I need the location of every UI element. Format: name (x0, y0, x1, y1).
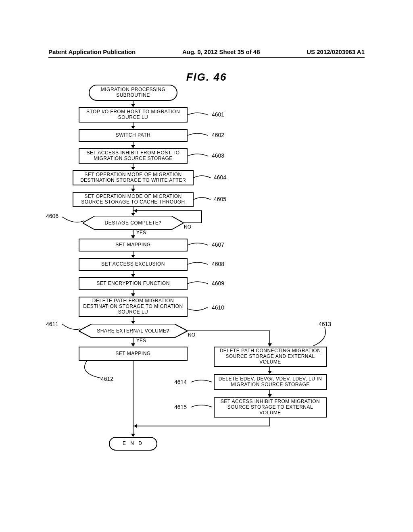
leader-4607 (188, 241, 212, 251)
arrow-head (268, 343, 272, 347)
leader-4615 (191, 403, 214, 413)
arrow-head (131, 255, 135, 258)
arrow-head (134, 424, 137, 428)
step-4610: DELETE PATH FROM MIGRATION DESTINATION S… (79, 297, 188, 317)
step-4610-text: DELETE PATH FROM MIGRATION DESTINATION S… (82, 298, 184, 315)
label-4606: 4606 (46, 213, 58, 219)
step-4613-text: DELETE PATH CONNECTING MIGRATION SOURCE … (217, 348, 323, 365)
step-4615-text: SET ACCESS INHIBIT FROM MIGRATION SOURCE… (217, 399, 323, 416)
step-4602: SWITCH PATH (79, 129, 188, 142)
no-path (184, 222, 202, 223)
step-4605-text: SET OPERATION MODE OF MIGRATION SOURCE S… (76, 194, 190, 205)
step-4607-text: SET MAPPING (115, 242, 150, 248)
no-path-h (133, 210, 202, 211)
arrow-join-h (133, 426, 270, 426)
step-4602-text: SWITCH PATH (116, 133, 150, 138)
step-4605: SET OPERATION MODE OF MIGRATION SOURCE S… (73, 192, 194, 207)
decision-4611-text: SHARE EXTERNAL VOLUME? (97, 328, 169, 334)
label-4601: 4601 (212, 111, 224, 118)
label-4602: 4602 (212, 132, 224, 138)
arrow-head (131, 167, 135, 170)
step-4601: STOP I/O FROM HOST TO MIGRATION SOURCE L… (79, 107, 188, 123)
step-4609-text: SET ENCRYPTION FUNCTION (96, 281, 170, 287)
arrow-4615-down (269, 418, 270, 426)
step-4609: SET ENCRYPTION FUNCTION (79, 277, 188, 290)
step-4607: SET MAPPING (79, 239, 188, 251)
yes-label-4606: YES (136, 230, 146, 235)
leader-4604 (194, 174, 214, 183)
end-terminator: E N D (109, 437, 157, 451)
yes-label-4611: YES (136, 338, 146, 343)
figure-title: FIG. 46 (0, 71, 413, 83)
header-right: US 2012/0203963 A1 (307, 48, 365, 55)
step-4608: SET ACCESS EXCLUSION (79, 258, 188, 271)
arrow-head (131, 274, 135, 277)
label-4608: 4608 (212, 261, 224, 267)
label-4604: 4604 (214, 174, 226, 181)
arrow-head (131, 293, 135, 297)
arrow (133, 426, 133, 434)
label-4607: 4607 (212, 241, 224, 248)
arrow-4612-down (133, 361, 133, 426)
label-4614: 4614 (174, 379, 187, 385)
start-terminator: MIGRATION PROCESSING SUBROUTINE (89, 85, 177, 101)
arrow-head (131, 189, 135, 192)
step-4612: SET MAPPING (79, 347, 188, 361)
label-4611: 4611 (46, 321, 58, 327)
no-path-4611 (188, 330, 270, 331)
label-4615: 4615 (174, 404, 187, 410)
step-4613: DELETE PATH CONNECTING MIGRATION SOURCE … (214, 347, 327, 367)
leader-4613 (313, 327, 329, 349)
end-text: E N D (123, 441, 144, 447)
no-label-4606: NO (184, 224, 191, 230)
leader-4609 (188, 280, 212, 289)
arrow-head (268, 371, 272, 374)
step-4603-text: SET ACCESS INHIBIT FROM HOST TO MIGRATIO… (82, 150, 184, 162)
label-4605: 4605 (214, 196, 226, 202)
step-4601-text: STOP I/O FROM HOST TO MIGRATION SOURCE L… (82, 109, 184, 121)
arrow-head (131, 104, 135, 107)
arrow-head (131, 213, 135, 216)
page-header: Patent Application Publication Aug. 9, 2… (48, 48, 365, 58)
step-4604-text: SET OPERATION MODE OF MIGRATION DESTINAT… (76, 172, 190, 183)
step-4608-text: SET ACCESS EXCLUSION (101, 262, 165, 267)
arrow-head (134, 209, 137, 213)
leader-4601 (188, 111, 212, 121)
label-4609: 4609 (212, 280, 224, 287)
arrow-head (131, 321, 135, 324)
leader-4610 (188, 305, 212, 315)
step-4614-text: DELETE EDEV, DEVGr, VDEV, LDEV, LU IN MI… (217, 376, 323, 388)
decision-4606: DESTAGE COMPLETE? (83, 216, 184, 230)
leader-4605 (194, 195, 214, 205)
label-4612: 4612 (101, 376, 113, 382)
leader-4603 (188, 152, 212, 162)
leader-4602 (188, 131, 212, 141)
step-4604: SET OPERATION MODE OF MIGRATION DESTINAT… (73, 170, 194, 185)
no-label-4611: NO (188, 332, 195, 338)
leader-4606 (62, 215, 86, 227)
label-4603: 4603 (212, 152, 224, 159)
no-path-4611-v (269, 330, 270, 344)
decision-4606-text: DESTAGE COMPLETE? (105, 220, 162, 226)
decision-4611: SHARE EXTERNAL VOLUME? (79, 324, 188, 338)
step-4615: SET ACCESS INHIBIT FROM MIGRATION SOURCE… (214, 397, 327, 418)
arrow-head (131, 343, 135, 347)
arrow-head (131, 145, 135, 148)
header-center: Aug. 9, 2012 Sheet 35 of 48 (182, 48, 260, 55)
no-path-v (201, 210, 202, 223)
label-4613: 4613 (319, 321, 331, 327)
arrow-head (268, 394, 272, 397)
step-4614: DELETE EDEV, DEVGr, VDEV, LDEV, LU IN MI… (214, 374, 327, 390)
header-left: Patent Application Publication (48, 48, 136, 55)
arrow-head (131, 235, 135, 239)
arrow-head (131, 434, 135, 437)
step-4612-text: SET MAPPING (115, 351, 150, 357)
leader-4608 (188, 260, 212, 270)
arrow-head (131, 126, 135, 129)
leader-4614 (191, 378, 214, 388)
leader-4611 (62, 322, 82, 335)
step-4603: SET ACCESS INHIBIT FROM HOST TO MIGRATIO… (79, 148, 188, 164)
label-4610: 4610 (212, 304, 224, 311)
start-text: MIGRATION PROCESSING SUBROUTINE (92, 87, 174, 98)
